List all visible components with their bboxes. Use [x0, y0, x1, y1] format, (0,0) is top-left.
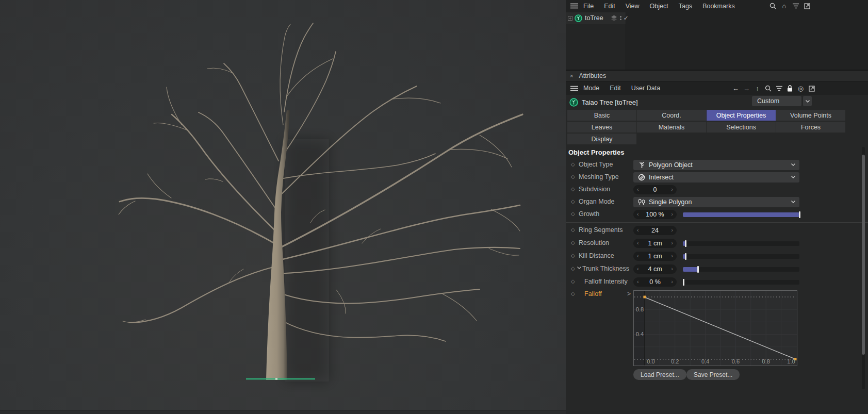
growth-slider[interactable]	[683, 210, 799, 219]
tab-basic[interactable]: Basic	[567, 110, 636, 121]
slider-track[interactable]	[683, 241, 799, 246]
spin-right-icon[interactable]: ›	[671, 240, 673, 246]
param-row-resolution: ◇ Resolution ‹ 1 cm ›	[566, 238, 868, 249]
slider-fill	[683, 267, 698, 272]
x-tick-label: 0.0	[647, 358, 654, 365]
trunk-thickness-input[interactable]: ‹ 4 cm ›	[633, 264, 677, 274]
tab-object-properties[interactable]: Object Properties	[707, 110, 776, 121]
preset-selector-chevron[interactable]	[803, 96, 812, 106]
om-menu-view[interactable]: View	[620, 3, 645, 10]
organ-mode-value: Single Polygon	[649, 198, 692, 206]
check-icon[interactable]: ✓	[624, 14, 629, 22]
kill-distance-slider[interactable]	[683, 252, 799, 261]
dots-icon[interactable]	[620, 16, 621, 20]
attr-menu-edit[interactable]: Edit	[604, 85, 626, 92]
load-preset-button[interactable]: Load Preset...	[633, 369, 686, 380]
slider-handle[interactable]	[799, 211, 800, 218]
resolution-input[interactable]: ‹ 1 cm ›	[633, 239, 677, 248]
preset-selector[interactable]: Custom	[752, 96, 801, 106]
spin-left-icon[interactable]: ‹	[637, 186, 639, 192]
ring-segments-input[interactable]: ‹ 24 ›	[633, 226, 677, 235]
param-diamond-icon: ◇	[571, 211, 575, 217]
tab-display[interactable]: Display	[567, 134, 636, 144]
spin-left-icon[interactable]: ‹	[637, 253, 639, 259]
search-icon[interactable]	[769, 2, 777, 10]
spin-left-icon[interactable]: ‹	[637, 240, 639, 246]
expand-icon[interactable]	[568, 16, 572, 21]
filter-icon[interactable]	[775, 85, 783, 92]
save-preset-button[interactable]: Save Preset...	[686, 369, 740, 380]
spin-right-icon[interactable]: ›	[671, 266, 673, 272]
attr-menu-mode[interactable]: Mode	[578, 85, 604, 92]
falloff-intensity-slider[interactable]	[683, 277, 799, 287]
lock-icon[interactable]	[786, 85, 794, 92]
slider-handle[interactable]	[685, 240, 686, 247]
object-type-dropdown[interactable]: Polygon Object	[633, 160, 799, 170]
hamburger-menu-icon[interactable]	[570, 3, 578, 9]
search-icon[interactable]	[764, 85, 772, 92]
om-menu-tags[interactable]: Tags	[674, 3, 697, 10]
tab-forces[interactable]: Forces	[776, 122, 845, 133]
om-object-label[interactable]: toTree	[585, 14, 603, 22]
spin-left-icon[interactable]: ‹	[637, 211, 639, 217]
tab-selections[interactable]: Selections	[707, 122, 776, 133]
collapse-chevron-icon[interactable]	[577, 267, 581, 269]
tab-coord[interactable]: Coord.	[637, 110, 706, 121]
spin-left-icon[interactable]: ‹	[637, 278, 639, 285]
target-icon[interactable]: ◎	[797, 85, 805, 92]
layers-icon[interactable]	[611, 15, 617, 21]
home-icon[interactable]: ⌂	[780, 2, 788, 10]
meshing-type-dropdown[interactable]: Intersect	[633, 172, 799, 183]
slider-handle[interactable]	[685, 253, 686, 260]
close-icon[interactable]: ×	[570, 73, 573, 79]
om-menu-bookmarks[interactable]: Bookmarks	[697, 3, 740, 10]
spin-right-icon[interactable]: ›	[671, 227, 673, 233]
attributes-menubar: Mode Edit User Data ← → ↑ ◎	[566, 81, 868, 95]
filter-icon[interactable]	[792, 2, 799, 10]
tab-leaves[interactable]: Leaves	[567, 122, 636, 133]
spin-right-icon[interactable]: ›	[671, 253, 673, 259]
slider-track[interactable]	[683, 254, 799, 259]
tab-volume-points[interactable]: Volume Points	[776, 110, 845, 121]
resolution-slider[interactable]	[683, 239, 799, 248]
om-menu-edit[interactable]: Edit	[599, 3, 620, 10]
trunk-thickness-slider[interactable]	[683, 264, 799, 274]
meshing-type-value: Intersect	[649, 174, 674, 181]
tab-materials[interactable]: Materials	[637, 122, 706, 133]
falloff-spline-editor[interactable]: 0.8 0.4 0.0 0.2 0.4 0.6 0.8 1.0	[633, 290, 797, 366]
slider-handle[interactable]	[697, 266, 699, 273]
popout-icon[interactable]	[808, 85, 815, 92]
param-diamond-icon: ◇	[571, 278, 575, 284]
spin-left-icon[interactable]: ‹	[637, 266, 639, 272]
organ-mode-dropdown[interactable]: Single Polygon	[633, 197, 799, 207]
subdivision-input[interactable]: ‹ 0 ›	[633, 185, 677, 194]
param-label: Meshing Type	[579, 173, 619, 180]
spline-knot-start[interactable]	[644, 296, 646, 299]
slider-track[interactable]	[683, 212, 799, 217]
popout-icon[interactable]	[803, 2, 811, 10]
3d-viewport[interactable]	[0, 0, 566, 414]
param-diamond-icon: ◇	[571, 186, 575, 192]
falloff-intensity-input[interactable]: ‹ 0 % ›	[633, 277, 677, 287]
param-row-meshing-type: ◇ Meshing Type Intersect	[566, 172, 868, 183]
spin-right-icon[interactable]: ›	[671, 186, 673, 192]
forward-arrow-icon[interactable]: →	[743, 85, 750, 92]
spin-right-icon[interactable]: ›	[671, 211, 673, 217]
expander-icon[interactable]: >	[627, 290, 631, 297]
spin-right-icon[interactable]: ›	[671, 278, 673, 285]
hamburger-menu-icon[interactable]	[570, 86, 578, 91]
kill-distance-input[interactable]: ‹ 1 cm ›	[633, 252, 677, 261]
tree-object-icon[interactable]	[575, 14, 582, 22]
up-arrow-icon[interactable]: ↑	[754, 85, 761, 92]
om-menu-object[interactable]: Object	[645, 3, 674, 10]
back-arrow-icon[interactable]: ←	[732, 85, 740, 92]
slider-track[interactable]	[683, 267, 799, 272]
om-object-row[interactable]: toTree ✓	[566, 12, 626, 24]
scrollbar-thumb[interactable]	[862, 155, 865, 355]
slider-handle[interactable]	[683, 279, 684, 286]
slider-track[interactable]	[683, 280, 799, 285]
attr-menu-userdata[interactable]: User Data	[626, 85, 665, 92]
spin-left-icon[interactable]: ‹	[637, 227, 639, 233]
om-menu-file[interactable]: File	[578, 3, 599, 10]
growth-input[interactable]: ‹ 100 % ›	[633, 210, 677, 219]
